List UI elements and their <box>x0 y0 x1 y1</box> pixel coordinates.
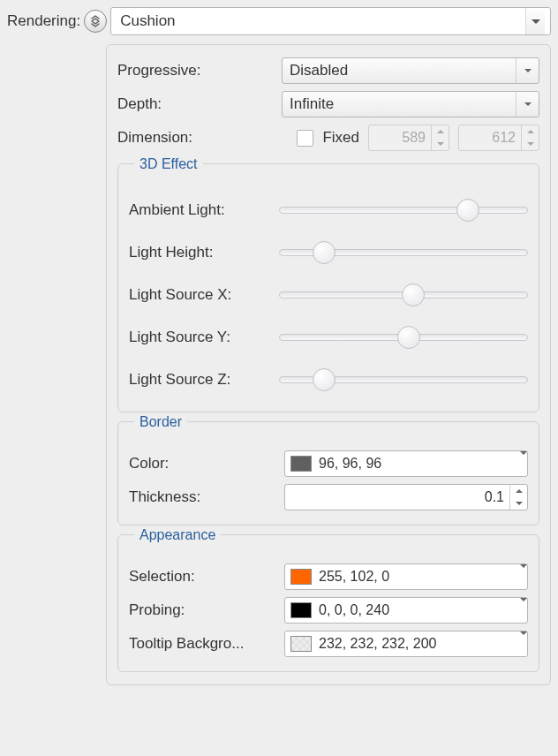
group-border: Border Color: 96, 96, 96 Thickness: 0.1 <box>117 421 539 525</box>
legend-border: Border <box>134 414 187 430</box>
border-color-value: 96, 96, 96 <box>319 456 513 472</box>
light-source-z-slider[interactable] <box>279 370 528 389</box>
border-color-label: Color: <box>129 455 279 472</box>
selection-color-value: 255, 102, 0 <box>319 569 513 585</box>
dimension-height-value: 612 <box>466 130 521 146</box>
border-color-swatch <box>290 456 312 472</box>
depth-value: Infinite <box>290 95 334 113</box>
tooltip-bg-label: Tooltip Backgro... <box>129 635 279 653</box>
light-source-z-label: Light Source Z: <box>129 371 279 389</box>
border-color-select[interactable]: 96, 96, 96 <box>284 450 528 477</box>
probing-color-label: Probing: <box>129 601 279 619</box>
chevron-down-icon <box>520 601 527 619</box>
probing-color-swatch <box>290 602 312 618</box>
progressive-label: Progressive: <box>117 62 276 79</box>
dimension-height-spinner[interactable]: 612 <box>458 125 539 151</box>
group-3d-effect: 3D Effect Ambient Light: Light Height: L… <box>117 163 539 412</box>
probing-color-value: 0, 0, 0, 240 <box>319 602 513 618</box>
border-thickness-spinner[interactable]: 0.1 <box>284 484 528 510</box>
rendering-select-value: Cushion <box>120 12 175 30</box>
rendering-label: Rendering: <box>7 12 80 30</box>
dimension-label: Dimension: <box>117 129 276 147</box>
slider-thumb[interactable] <box>397 326 420 349</box>
light-source-y-slider[interactable] <box>279 328 528 347</box>
spinner-down-icon <box>522 138 539 150</box>
depth-label: Depth: <box>117 95 276 113</box>
selection-color-label: Selection: <box>129 568 279 586</box>
border-thickness-label: Thickness: <box>129 488 279 506</box>
legend-appearance: Appearance <box>134 527 221 543</box>
legend-3d-effect: 3D Effect <box>134 156 203 172</box>
progressive-select[interactable]: Disabled <box>282 57 539 84</box>
light-source-y-label: Light Source Y: <box>129 329 279 346</box>
dimension-fixed-checkbox[interactable] <box>297 130 313 147</box>
light-height-slider[interactable] <box>279 243 528 262</box>
border-thickness-value: 0.1 <box>292 489 509 505</box>
spinner-up-icon <box>510 485 527 497</box>
depth-select[interactable]: Infinite <box>282 91 539 117</box>
spinner-down-icon <box>510 497 527 510</box>
expand-collapse-button[interactable] <box>84 10 107 33</box>
slider-thumb[interactable] <box>456 199 479 222</box>
selection-color-select[interactable]: 255, 102, 0 <box>284 563 528 590</box>
tooltip-bg-value: 232, 232, 232, 200 <box>319 636 513 652</box>
spinner-up-icon <box>432 125 449 138</box>
spinner-down-icon <box>432 138 449 150</box>
dimension-width-value: 589 <box>376 130 431 146</box>
chevron-down-icon <box>520 568 527 586</box>
selection-color-swatch <box>290 569 312 585</box>
chevron-down-icon <box>516 58 539 83</box>
rendering-options-panel: Progressive: Disabled Depth: Infinite Di… <box>106 44 551 685</box>
rendering-select[interactable]: Cushion <box>110 7 551 35</box>
dimension-width-spinner[interactable]: 589 <box>368 125 449 151</box>
group-appearance: Appearance Selection: 255, 102, 0 Probin… <box>117 534 539 672</box>
progressive-value: Disabled <box>290 62 348 79</box>
ambient-light-slider[interactable] <box>279 200 528 220</box>
tooltip-bg-swatch <box>290 636 312 652</box>
slider-thumb[interactable] <box>313 368 336 391</box>
ambient-light-label: Ambient Light: <box>129 201 279 219</box>
spinner-up-icon <box>522 125 539 138</box>
light-source-x-label: Light Source X: <box>129 286 279 304</box>
chevron-down-icon <box>520 455 527 472</box>
probing-color-select[interactable]: 0, 0, 0, 240 <box>284 597 528 624</box>
chevron-down-icon <box>525 8 545 34</box>
dimension-fixed-label: Fixed <box>322 129 359 147</box>
slider-thumb[interactable] <box>402 284 425 306</box>
tooltip-bg-select[interactable]: 232, 232, 232, 200 <box>284 631 528 657</box>
light-source-x-slider[interactable] <box>279 285 528 305</box>
slider-thumb[interactable] <box>313 241 336 264</box>
chevron-down-icon <box>516 92 539 117</box>
chevron-down-icon <box>520 635 527 653</box>
light-height-label: Light Height: <box>129 244 279 261</box>
